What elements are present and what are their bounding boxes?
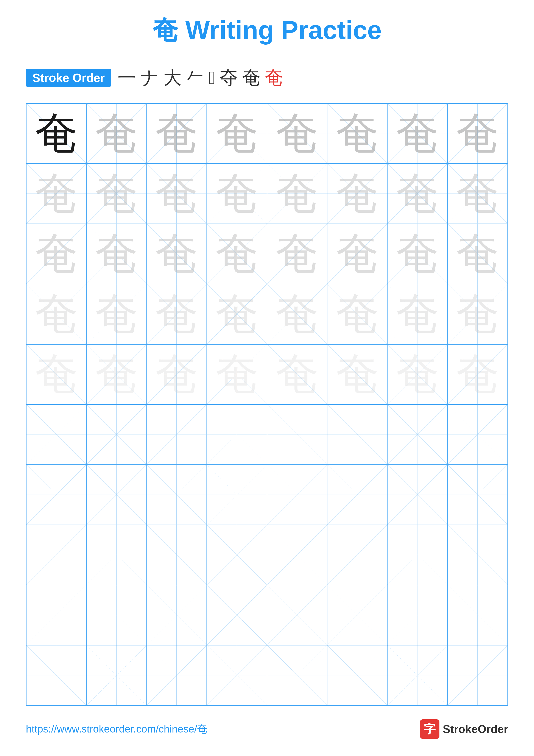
grid-cell-r1c4[interactable]: 奄 (207, 103, 267, 164)
grid-cell-r2c1[interactable]: 奄 (26, 164, 87, 224)
grid-cell-r9c8[interactable] (447, 585, 508, 645)
grid-cell-r8c7[interactable] (387, 525, 447, 585)
grid-cell-r8c5[interactable] (267, 525, 327, 585)
grid-cell-r2c7[interactable]: 奄 (387, 164, 447, 224)
grid-cell-r3c6[interactable]: 奄 (327, 224, 387, 284)
footer-logo: 字 StrokeOrder (420, 719, 508, 739)
grid-cell-r9c1[interactable] (26, 585, 87, 645)
grid-cell-r3c4[interactable]: 奄 (207, 224, 267, 284)
grid-cell-r6c1[interactable] (26, 405, 87, 465)
grid-cell-r2c3[interactable]: 奄 (147, 164, 207, 224)
grid-cell-r8c2[interactable] (87, 525, 146, 585)
grid-cell-r7c3[interactable] (147, 465, 207, 525)
grid-cell-r1c8[interactable]: 奄 (447, 103, 508, 164)
grid-cell-r5c8[interactable]: 奄 (447, 344, 508, 405)
grid-cell-r2c5[interactable]: 奄 (267, 164, 327, 224)
grid-cell-r2c2[interactable]: 奄 (87, 164, 146, 224)
grid-cell-r2c4[interactable]: 奄 (207, 164, 267, 224)
grid-cell-r7c8[interactable] (447, 465, 508, 525)
grid-cell-r5c2[interactable]: 奄 (87, 344, 146, 405)
grid-cell-r10c4[interactable] (207, 645, 267, 705)
grid-cell-r4c3[interactable]: 奄 (147, 284, 207, 344)
grid-cell-r9c7[interactable] (387, 585, 447, 645)
stroke-5: 𠂊 (209, 67, 215, 88)
grid-cell-r7c2[interactable] (87, 465, 146, 525)
practice-grid: 奄 奄 奄 奄 奄 奄 奄 奄 奄 奄 奄 奄 奄 奄 奄 奄 (26, 103, 508, 706)
grid-cell-r6c7[interactable] (387, 405, 447, 465)
grid-cell-r5c4[interactable]: 奄 (207, 344, 267, 405)
grid-cell-r1c7[interactable]: 奄 (387, 103, 447, 164)
grid-cell-r9c3[interactable] (147, 585, 207, 645)
grid-cell-r3c2[interactable]: 奄 (87, 224, 146, 284)
grid-cell-r4c2[interactable]: 奄 (87, 284, 146, 344)
grid-cell-r1c5[interactable]: 奄 (267, 103, 327, 164)
grid-cell-r4c6[interactable]: 奄 (327, 284, 387, 344)
grid-cell-r3c3[interactable]: 奄 (147, 224, 207, 284)
grid-cell-r1c2[interactable]: 奄 (87, 103, 146, 164)
grid-cell-r2c6[interactable]: 奄 (327, 164, 387, 224)
grid-cell-r1c6[interactable]: 奄 (327, 103, 387, 164)
grid-cell-r5c5[interactable]: 奄 (267, 344, 327, 405)
grid-cell-r8c6[interactable] (327, 525, 387, 585)
grid-cell-r3c5[interactable]: 奄 (267, 224, 327, 284)
grid-cell-r6c5[interactable] (267, 405, 327, 465)
stroke-7: 奄 (242, 65, 261, 90)
footer-url[interactable]: https://www.strokeorder.com/chinese/奄 (26, 722, 207, 736)
char-dark: 奄 (35, 112, 78, 155)
footer: https://www.strokeorder.com/chinese/奄 字 … (26, 719, 508, 739)
stroke-1: 一 (117, 65, 136, 90)
grid-cell-r5c3[interactable]: 奄 (147, 344, 207, 405)
grid-cell-r1c3[interactable]: 奄 (147, 103, 207, 164)
grid-cell-r5c6[interactable]: 奄 (327, 344, 387, 405)
grid-cell-r8c4[interactable] (207, 525, 267, 585)
grid-cell-r9c4[interactable] (207, 585, 267, 645)
grid-cell-r7c6[interactable] (327, 465, 387, 525)
grid-cell-r1c1[interactable]: 奄 (26, 103, 87, 164)
stroke-2: ナ (140, 65, 159, 90)
stroke-order-badge: Stroke Order (26, 69, 111, 87)
grid-cell-r7c7[interactable] (387, 465, 447, 525)
stroke-final: 奄 (265, 65, 283, 90)
logo-icon: 字 (420, 719, 440, 739)
grid-cell-r3c7[interactable]: 奄 (387, 224, 447, 284)
grid-cell-r8c8[interactable] (447, 525, 508, 585)
grid-cell-r10c5[interactable] (267, 645, 327, 705)
grid-cell-r5c7[interactable]: 奄 (387, 344, 447, 405)
grid-cell-r7c5[interactable] (267, 465, 327, 525)
grid-cell-r4c4[interactable]: 奄 (207, 284, 267, 344)
grid-cell-r7c1[interactable] (26, 465, 87, 525)
grid-cell-r4c5[interactable]: 奄 (267, 284, 327, 344)
grid-cell-r10c2[interactable] (87, 645, 146, 705)
grid-cell-r6c8[interactable] (447, 405, 508, 465)
grid-cell-r6c6[interactable] (327, 405, 387, 465)
stroke-chars: 一 ナ 大 𠂉 𠂊 夺 奄 奄 (117, 65, 283, 90)
grid-cell-r10c1[interactable] (26, 645, 87, 705)
grid-cell-r7c4[interactable] (207, 465, 267, 525)
grid-cell-r8c1[interactable] (26, 525, 87, 585)
grid-cell-r4c7[interactable]: 奄 (387, 284, 447, 344)
grid-cell-r4c8[interactable]: 奄 (447, 284, 508, 344)
grid-cell-r9c2[interactable] (87, 585, 146, 645)
grid-cell-r9c6[interactable] (327, 585, 387, 645)
logo-text: StrokeOrder (443, 723, 508, 736)
stroke-4: 𠂉 (186, 67, 204, 88)
grid-cell-r10c8[interactable] (447, 645, 508, 705)
grid-cell-r2c8[interactable]: 奄 (447, 164, 508, 224)
grid-cell-r6c2[interactable] (87, 405, 146, 465)
grid-cell-r10c7[interactable] (387, 645, 447, 705)
grid-cell-r10c6[interactable] (327, 645, 387, 705)
grid-cell-r3c8[interactable]: 奄 (447, 224, 508, 284)
page-title: 奄 Writing Practice (26, 13, 508, 48)
grid-cell-r8c3[interactable] (147, 525, 207, 585)
grid-cell-r4c1[interactable]: 奄 (26, 284, 87, 344)
grid-cell-r10c3[interactable] (147, 645, 207, 705)
stroke-3: 大 (163, 65, 182, 90)
stroke-6: 夺 (219, 65, 238, 90)
stroke-order-row: Stroke Order 一 ナ 大 𠂉 𠂊 夺 奄 奄 (26, 65, 508, 90)
grid-cell-r5c1[interactable]: 奄 (26, 344, 87, 405)
grid-cell-r6c4[interactable] (207, 405, 267, 465)
grid-cell-r3c1[interactable]: 奄 (26, 224, 87, 284)
grid-cell-r6c3[interactable] (147, 405, 207, 465)
grid-cell-r9c5[interactable] (267, 585, 327, 645)
